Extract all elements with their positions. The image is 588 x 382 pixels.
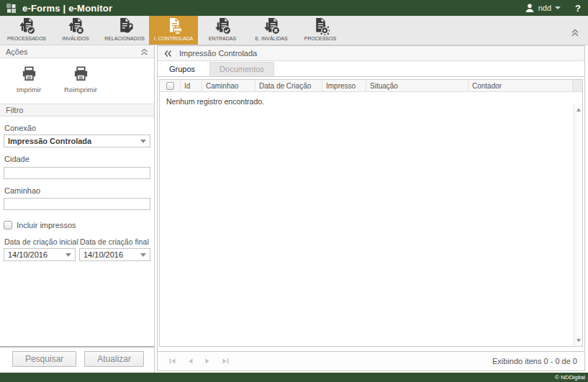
imprimir-button[interactable]: Imprimir bbox=[3, 62, 55, 95]
tab-i-controlada[interactable]: I. CONTROLADA bbox=[149, 16, 198, 45]
doc-printer-icon bbox=[165, 17, 183, 35]
filter-title: Filtro bbox=[6, 106, 23, 114]
date-start-select[interactable]: 14/10/2016 bbox=[4, 248, 76, 261]
select-all-cell bbox=[160, 80, 181, 91]
sidebar: Ações Imprimir bbox=[0, 45, 155, 373]
include-printed-label: Incluir impressos bbox=[17, 221, 76, 229]
next-page-button[interactable] bbox=[204, 357, 212, 365]
filter-body: Conexão Impressão Controlada Cidade Cami… bbox=[0, 117, 154, 346]
content-area: Ações Imprimir bbox=[0, 45, 588, 373]
connection-value: Impressão Controlada bbox=[8, 137, 91, 145]
doc-upload-error-icon bbox=[67, 17, 85, 35]
pagination-bar: Exibindo itens 0 - 0 de 0 bbox=[158, 351, 584, 370]
tab-entradas[interactable]: ENTRADAS bbox=[198, 16, 247, 45]
panel-header: Impressão Controlada bbox=[158, 46, 584, 61]
user-name: ndd bbox=[538, 4, 551, 12]
tab-label: RELACIONADOS bbox=[104, 36, 145, 41]
filter-section-header: Filtro bbox=[0, 104, 154, 117]
city-input[interactable] bbox=[4, 167, 150, 179]
copyright-text: © NDDigital bbox=[555, 374, 585, 381]
tab-processos[interactable]: PROCESSOS bbox=[296, 16, 345, 45]
tab-invalidos[interactable]: INVÁLIDOS bbox=[51, 16, 100, 45]
last-page-button[interactable] bbox=[222, 357, 230, 365]
connection-label: Conexão bbox=[4, 124, 150, 132]
select-all-checkbox[interactable] bbox=[166, 82, 174, 90]
atualizar-button[interactable]: Atualizar bbox=[84, 351, 144, 367]
chevron-down-icon bbox=[140, 253, 146, 257]
app-header: e-Forms | e-Monitor ndd ? bbox=[0, 0, 588, 16]
scroll-up-icon[interactable] bbox=[576, 108, 581, 112]
tab-relacionados[interactable]: RELACIONADOS bbox=[100, 16, 149, 45]
column-header-data-criacao[interactable]: Data de Criação bbox=[255, 80, 322, 91]
grid-header-spacer bbox=[573, 80, 582, 91]
data-grid: Id Caminhao Data de Criação Impresso Sit… bbox=[159, 79, 583, 347]
column-header-contador[interactable]: Contador bbox=[469, 80, 573, 91]
user-menu[interactable]: ndd bbox=[525, 3, 561, 13]
toolbar: PROCESSADOS INVÁLIDOS RELACIONADOS I. C bbox=[0, 16, 588, 45]
include-printed-checkbox[interactable] bbox=[4, 221, 12, 229]
actions-body: Imprimir Reimprimir bbox=[0, 58, 154, 104]
column-header-situacao[interactable]: Situação bbox=[366, 80, 469, 91]
date-end-value: 14/10/2016 bbox=[83, 250, 123, 259]
toolbar-collapse-icon[interactable] bbox=[571, 27, 579, 40]
pesquisar-button[interactable]: Pesquisar bbox=[12, 351, 76, 367]
city-label: Cidade bbox=[4, 155, 150, 163]
reimprimir-label: Reimprimir bbox=[64, 86, 97, 94]
tab-label: I. CONTROLADA bbox=[154, 36, 193, 41]
collapse-section-icon[interactable] bbox=[140, 48, 148, 55]
reimprimir-button[interactable]: Reimprimir bbox=[55, 62, 107, 95]
date-range-row: Data de criação inicial 14/10/2016 Data … bbox=[4, 237, 150, 261]
doc-download-error-icon bbox=[263, 17, 281, 35]
truck-label: Caminhao bbox=[4, 186, 150, 195]
actions-section-header: Ações bbox=[0, 45, 154, 58]
pagination-status: Exibindo itens 0 - 0 de 0 bbox=[492, 357, 577, 365]
app-logo-icon bbox=[6, 3, 17, 14]
chevron-down-icon bbox=[555, 6, 561, 9]
column-header-caminhao[interactable]: Caminhao bbox=[202, 80, 255, 91]
date-end-label: Data de criação final bbox=[80, 237, 150, 246]
tab-label: INVÁLIDOS bbox=[62, 36, 89, 41]
chevron-down-icon bbox=[140, 140, 146, 143]
first-page-button[interactable] bbox=[168, 357, 176, 365]
column-header-impresso[interactable]: Impresso bbox=[322, 80, 366, 91]
printer-icon bbox=[21, 65, 37, 82]
panel-title: Impressão Controlada bbox=[179, 49, 257, 58]
previous-page-button[interactable] bbox=[186, 357, 194, 365]
date-start-value: 14/10/2016 bbox=[8, 250, 48, 259]
connection-select[interactable]: Impressão Controlada bbox=[4, 135, 150, 147]
empty-message: Nenhum registro encontrado. bbox=[166, 97, 264, 106]
doc-gear-icon bbox=[312, 17, 330, 35]
imprimir-label: Imprimir bbox=[17, 86, 41, 94]
truck-input[interactable] bbox=[4, 198, 150, 210]
panel-tabs: Grupos Documentos bbox=[158, 61, 584, 77]
doc-upload-check-icon bbox=[18, 17, 36, 35]
chevron-down-icon bbox=[65, 253, 71, 257]
user-icon bbox=[525, 3, 535, 13]
app-title: e-Forms | e-Monitor bbox=[22, 3, 112, 14]
tab-label: E. INVÁLIDAS bbox=[255, 36, 287, 41]
main-panel: Impressão Controlada Grupos Documentos I… bbox=[157, 45, 585, 371]
app-footer: © NDDigital bbox=[0, 373, 588, 382]
grid-header: Id Caminhao Data de Criação Impresso Sit… bbox=[160, 80, 582, 92]
actions-title: Ações bbox=[6, 47, 28, 56]
collapse-panel-icon[interactable] bbox=[164, 50, 172, 58]
tab-e-invalidas[interactable]: E. INVÁLIDAS bbox=[247, 16, 296, 45]
vertical-scrollbar[interactable] bbox=[574, 104, 582, 346]
include-printed-row: Incluir impressos bbox=[4, 221, 150, 229]
tab-label: PROCESSOS bbox=[304, 36, 336, 41]
tab-documentos[interactable]: Documentos bbox=[209, 62, 274, 76]
date-start-label: Data de criação inicial bbox=[4, 237, 76, 246]
tab-label: ENTRADAS bbox=[209, 36, 236, 41]
printer-icon bbox=[73, 65, 89, 82]
tab-grupos[interactable]: Grupos bbox=[160, 63, 204, 76]
column-header-id[interactable]: Id bbox=[181, 80, 202, 91]
date-end-select[interactable]: 14/10/2016 bbox=[79, 248, 150, 261]
doc-download-check-icon bbox=[214, 17, 232, 35]
help-button[interactable]: ? bbox=[575, 3, 581, 14]
doc-paperclip-icon bbox=[116, 17, 134, 35]
tab-processados[interactable]: PROCESSADOS bbox=[2, 16, 51, 45]
tab-label: PROCESSADOS bbox=[7, 36, 46, 41]
sidebar-footer: Pesquisar Atualizar bbox=[0, 346, 154, 373]
scroll-down-icon[interactable] bbox=[576, 339, 581, 342]
grid-body: Nenhum registro encontrado. bbox=[160, 92, 582, 346]
